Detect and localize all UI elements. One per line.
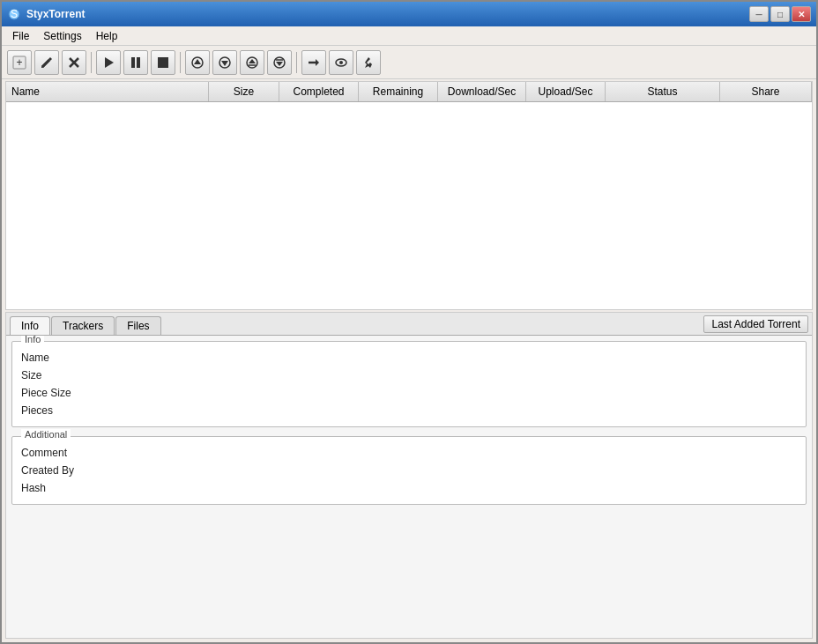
move-top-button[interactable] <box>240 50 264 75</box>
svg-text:S: S <box>11 8 18 20</box>
col-size: Size <box>209 82 279 101</box>
col-remaining: Remaining <box>359 82 438 101</box>
tab-trackers[interactable]: Trackers <box>51 316 115 335</box>
info-size-field: Size <box>21 366 797 384</box>
edit-button[interactable] <box>34 50 59 75</box>
info-group-legend: Info <box>21 336 44 344</box>
svg-marker-13 <box>221 61 228 66</box>
col-share: Share <box>720 82 812 101</box>
svg-marker-18 <box>276 62 283 66</box>
tab-bar: Info Trackers Files Last Added Torrent <box>6 313 812 336</box>
info-group: Info Name Size Piece Size Pieces <box>11 341 807 427</box>
col-name: Name <box>6 82 209 101</box>
maximize-button[interactable]: □ <box>770 6 790 22</box>
pin-button[interactable] <box>356 50 381 75</box>
additional-hash-field: Hash <box>21 479 797 497</box>
last-added-button[interactable]: Last Added Torrent <box>703 315 808 333</box>
separator-2 <box>180 52 181 73</box>
col-status: Status <box>606 82 720 101</box>
table-header: Name Size Completed Remaining Download/S… <box>6 82 812 102</box>
bottom-panel: Info Trackers Files Last Added Torrent I… <box>5 312 813 639</box>
menu-file[interactable]: File <box>5 28 36 44</box>
minimize-button[interactable]: ─ <box>749 6 769 22</box>
preview-button[interactable] <box>329 50 353 75</box>
additional-comment-field: Comment <box>21 444 797 462</box>
svg-marker-15 <box>249 59 256 63</box>
main-window: S StyxTorrent ─ □ ✕ File Settings Help + <box>0 0 818 644</box>
col-upload: Upload/Sec <box>526 82 606 101</box>
menu-bar: File Settings Help <box>2 26 816 46</box>
svg-rect-9 <box>158 57 168 68</box>
tab-info[interactable]: Info <box>10 316 50 335</box>
window-title: StyxTorrent <box>26 8 85 20</box>
svg-rect-8 <box>137 57 140 68</box>
info-piece-size-field: Piece Size <box>21 384 797 402</box>
torrent-table: Name Size Completed Remaining Download/S… <box>5 81 813 310</box>
start-button[interactable] <box>96 50 121 75</box>
separator-3 <box>296 52 297 73</box>
pause-button[interactable] <box>123 50 148 75</box>
additional-group-legend: Additional <box>21 429 71 440</box>
remove-button[interactable] <box>62 50 86 75</box>
menu-settings[interactable]: Settings <box>36 28 88 44</box>
separator-1 <box>91 52 92 73</box>
app-icon: S <box>7 7 21 21</box>
add-torrent-button[interactable]: + <box>7 50 32 75</box>
svg-marker-11 <box>194 59 201 64</box>
svg-marker-6 <box>105 57 114 68</box>
additional-group: Additional Comment Created By Hash <box>11 436 807 505</box>
move-up-button[interactable] <box>185 50 210 75</box>
col-download: Download/Sec <box>438 82 526 101</box>
window-controls: ─ □ ✕ <box>749 6 811 22</box>
move-bottom-button[interactable] <box>267 50 292 75</box>
tab-content: Info Name Size Piece Size Pieces Additio… <box>6 336 812 638</box>
svg-point-23 <box>339 61 343 64</box>
table-body <box>6 102 812 309</box>
svg-marker-21 <box>316 59 319 66</box>
menu-help[interactable]: Help <box>89 28 125 44</box>
close-button[interactable]: ✕ <box>792 6 811 22</box>
info-name-field: Name <box>21 349 797 366</box>
stop-button[interactable] <box>151 50 175 75</box>
col-completed: Completed <box>279 82 359 101</box>
move-down-button[interactable] <box>212 50 237 75</box>
tab-files[interactable]: Files <box>115 316 160 335</box>
info-pieces-field: Pieces <box>21 402 797 419</box>
title-bar: S StyxTorrent ─ □ ✕ <box>2 2 816 26</box>
additional-created-by-field: Created By <box>21 462 797 479</box>
svg-rect-7 <box>131 57 135 68</box>
title-bar-left: S StyxTorrent <box>7 7 85 21</box>
svg-text:+: + <box>16 56 22 69</box>
cancel-button[interactable] <box>301 50 326 75</box>
toolbar: + <box>2 46 816 79</box>
